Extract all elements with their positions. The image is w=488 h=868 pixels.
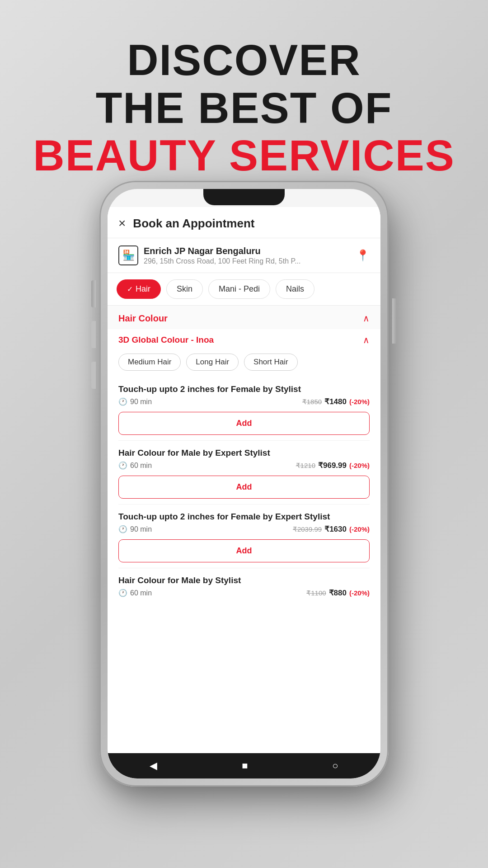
service-2-price: ₹1210 ₹969.99 (-20%): [296, 461, 370, 470]
service-4-duration-text: 60 min: [130, 589, 152, 597]
service-3-name: Touch-up upto 2 inches for Female by Exp…: [118, 512, 370, 522]
add-button-2[interactable]: Add: [118, 476, 370, 499]
service-2-meta: 🕐 60 min ₹1210 ₹969.99 (-20%): [118, 461, 370, 470]
service-4-meta: 🕐 60 min ₹1100 ₹880 (-20%): [118, 588, 370, 598]
app-header-title: Book an Appointment: [133, 217, 254, 231]
service-3-duration: 🕐 90 min: [118, 525, 152, 533]
service-3-original-price: ₹2039.99: [293, 525, 322, 533]
service-item-1: Touch-up upto 2 inches for Female by Sty…: [108, 377, 380, 440]
service-4-name: Hair Colour for Male by Stylist: [118, 576, 370, 585]
headline-section: DISCOVER THE BEST OF BEAUTY SERVICES: [33, 36, 455, 179]
service-3-duration-text: 90 min: [130, 525, 152, 533]
service-1-name: Touch-up upto 2 inches for Female by Sty…: [118, 384, 370, 394]
clock-icon-1: 🕐: [118, 397, 127, 406]
location-icon[interactable]: 📍: [356, 249, 370, 262]
subsection-chevron-icon: ∧: [363, 335, 370, 345]
pill-short-hair[interactable]: Short Hair: [244, 354, 298, 371]
store-info: 🏪 Enrich JP Nagar Bengaluru 296, 15th Cr…: [108, 238, 380, 273]
service-item-4: Hair Colour for Male by Stylist 🕐 60 min…: [108, 568, 380, 598]
store-name: Enrich JP Nagar Bengaluru: [144, 246, 356, 256]
service-2-duration-text: 60 min: [130, 462, 152, 470]
store-address: 296, 15th Cross Road, 100 Feet Ring Rd, …: [144, 257, 356, 265]
service-4-duration: 🕐 60 min: [118, 589, 152, 597]
headline-line2: THE BEST OF: [33, 84, 455, 132]
clock-icon-3: 🕐: [118, 525, 127, 533]
service-3-price: ₹2039.99 ₹1630 (-20%): [293, 524, 370, 534]
scroll-area[interactable]: 🏪 Enrich JP Nagar Bengaluru 296, 15th Cr…: [108, 238, 380, 778]
phone-notch: [203, 189, 285, 205]
service-4-current-price: ₹880: [329, 588, 347, 598]
phone-shell: × Book an Appointment 🏪 Enrich JP Nagar …: [99, 181, 389, 787]
section-header[interactable]: Hair Colour ∧: [108, 306, 380, 329]
pill-long-hair[interactable]: Long Hair: [186, 354, 239, 371]
subsection-header[interactable]: 3D Global Colour - Inoa ∧: [108, 329, 380, 350]
service-2-discount: (-20%): [349, 462, 370, 469]
tab-hair[interactable]: Hair: [117, 279, 161, 299]
hair-type-pills: Medium Hair Long Hair Short Hair: [108, 350, 380, 377]
app-content: × Book an Appointment 🏪 Enrich JP Nagar …: [108, 207, 380, 778]
tab-nails[interactable]: Nails: [276, 279, 314, 299]
clock-icon-2: 🕐: [118, 461, 127, 470]
pill-medium-hair[interactable]: Medium Hair: [118, 354, 181, 371]
bottom-nav: ◀ ■ ○: [108, 753, 380, 778]
nav-home-icon[interactable]: ■: [242, 760, 248, 772]
service-1-current-price: ₹1480: [324, 397, 347, 406]
section-title: Hair Colour: [118, 313, 168, 324]
add-button-3[interactable]: Add: [118, 539, 370, 562]
app-header: × Book an Appointment: [108, 207, 380, 238]
service-2-original-price: ₹1210: [296, 462, 315, 470]
category-tabs: Hair Skin Mani - Pedi Nails: [108, 273, 380, 306]
close-button[interactable]: ×: [118, 216, 126, 231]
service-item-2: Hair Colour for Male by Expert Stylist 🕐…: [108, 441, 380, 504]
tab-mani-pedi[interactable]: Mani - Pedi: [208, 279, 270, 299]
tab-skin[interactable]: Skin: [166, 279, 203, 299]
service-3-meta: 🕐 90 min ₹2039.99 ₹1630 (-20%): [118, 524, 370, 534]
headline-line3: BEAUTY SERVICES: [33, 132, 455, 179]
service-1-meta: 🕐 90 min ₹1850 ₹1480 (-20%): [118, 397, 370, 406]
headline-line1: DISCOVER: [33, 36, 455, 84]
store-details: Enrich JP Nagar Bengaluru 296, 15th Cros…: [144, 246, 356, 265]
service-1-duration: 🕐 90 min: [118, 397, 152, 406]
service-4-discount: (-20%): [349, 589, 370, 597]
service-3-discount: (-20%): [349, 525, 370, 533]
service-1-original-price: ₹1850: [302, 398, 322, 406]
service-2-current-price: ₹969.99: [318, 461, 347, 470]
subsection-title: 3D Global Colour - Inoa: [118, 335, 214, 345]
service-4-price: ₹1100 ₹880 (-20%): [306, 588, 370, 598]
service-3-current-price: ₹1630: [324, 524, 347, 534]
service-4-original-price: ₹1100: [306, 589, 326, 597]
phone-screen: × Book an Appointment 🏪 Enrich JP Nagar …: [108, 189, 380, 778]
clock-icon-4: 🕐: [118, 589, 127, 597]
service-2-name: Hair Colour for Male by Expert Stylist: [118, 448, 370, 458]
phone-mockup: × Book an Appointment 🏪 Enrich JP Nagar …: [72, 181, 416, 850]
service-item-3: Touch-up upto 2 inches for Female by Exp…: [108, 505, 380, 568]
nav-back-icon[interactable]: ◀: [150, 760, 157, 772]
service-2-duration: 🕐 60 min: [118, 461, 152, 470]
nav-recents-icon[interactable]: ○: [332, 760, 338, 772]
service-1-price: ₹1850 ₹1480 (-20%): [302, 397, 370, 406]
store-icon: 🏪: [118, 245, 138, 265]
add-button-1[interactable]: Add: [118, 412, 370, 435]
service-1-discount: (-20%): [349, 398, 370, 406]
service-1-duration-text: 90 min: [130, 398, 152, 406]
section-chevron-icon: ∧: [363, 313, 370, 324]
